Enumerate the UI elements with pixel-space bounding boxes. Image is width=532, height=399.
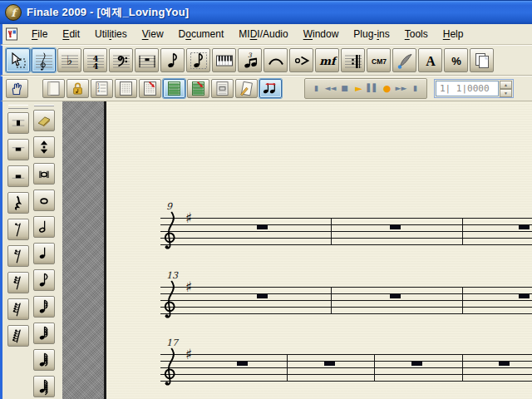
svg-text:♭: ♭ — [66, 53, 72, 68]
menu-utilities[interactable]: Utilities — [87, 26, 135, 42]
hyperscribe-tool-button[interactable] — [212, 48, 236, 72]
playback-counter[interactable]: 1| 1|0000 — [436, 81, 499, 96]
staff-line — [160, 374, 532, 375]
barline — [331, 287, 332, 314]
clef-tool-button[interactable] — [109, 48, 133, 72]
staff-line — [160, 293, 532, 294]
menu-help[interactable]: Help — [436, 26, 471, 42]
staff-tool-button[interactable] — [32, 48, 56, 72]
studio-view-rows-next-button[interactable] — [187, 79, 209, 98]
note-32nd-button[interactable] — [33, 323, 55, 344]
staff-line — [160, 307, 532, 308]
barline — [374, 354, 375, 382]
page-layout-tool-button[interactable] — [470, 48, 494, 72]
note-whole-button[interactable] — [33, 190, 55, 211]
resize-tool-button[interactable]: % — [444, 48, 468, 72]
rest-128th-button[interactable] — [7, 325, 29, 347]
expression-tool-button[interactable]: mf — [315, 48, 339, 72]
articulation-tool-button[interactable] — [289, 48, 313, 72]
rest-16th-button[interactable] — [7, 245, 29, 267]
speedy-entry-tool-button[interactable] — [186, 48, 210, 72]
measure-tool-button[interactable] — [135, 48, 159, 72]
palette-grip[interactable] — [34, 105, 54, 106]
note-quarter-button[interactable] — [33, 243, 55, 264]
menu-plug-ins[interactable]: Plug-ins — [346, 26, 397, 42]
rest-32nd-button[interactable] — [7, 272, 29, 293]
measure-number: 13 — [166, 270, 178, 281]
selection-tool-button[interactable] — [6, 48, 30, 72]
nudge-up-down-button[interactable] — [33, 136, 55, 158]
rest-eighth-button[interactable] — [7, 219, 29, 240]
whole-rest — [519, 294, 530, 298]
titlebar[interactable]: f Finale 2009 - [예제_LovingYou] — [0, 0, 532, 24]
play-button[interactable]: ► — [352, 81, 366, 96]
scroll-view-grid-next-button[interactable] — [139, 79, 161, 98]
finale-window: f Finale 2009 - [예제_LovingYou] FileEditU… — [0, 0, 532, 399]
scroll-view-grid-button[interactable] — [115, 79, 137, 98]
note-16th-button[interactable] — [33, 296, 55, 318]
skip-to-start-button[interactable]: ▮ — [309, 81, 323, 96]
whole-rest — [519, 225, 530, 229]
chord-tool-button[interactable]: CM7 — [367, 48, 391, 72]
barline — [287, 354, 288, 382]
menu-document[interactable]: Document — [171, 26, 232, 42]
skip-to-end-button[interactable]: ▮ — [408, 81, 422, 96]
spinner-up[interactable]: ▲ — [500, 81, 512, 89]
barline — [462, 354, 463, 382]
rest-half-button[interactable] — [7, 165, 29, 187]
rest-whole-button[interactable] — [7, 139, 29, 160]
menu-midi-audio[interactable]: MIDI/Audio — [231, 26, 295, 42]
document-icon[interactable] — [5, 27, 19, 41]
palette-grip[interactable] — [8, 105, 28, 109]
note-half-button[interactable] — [33, 216, 55, 238]
staff-line — [160, 361, 532, 362]
counter-spinner: ▲▼ — [500, 81, 512, 96]
staff-line — [160, 381, 532, 382]
menu-tools[interactable]: Tools — [397, 26, 436, 42]
lyrics-tool-button[interactable] — [392, 48, 416, 72]
note-spacing-button[interactable] — [259, 79, 282, 98]
simple-entry-tool-button[interactable] — [160, 48, 185, 72]
key-signature-tool-button[interactable]: ♭ — [57, 48, 81, 72]
eraser-button[interactable] — [33, 110, 55, 131]
view-toolbar: 123 ▮◄◄■►▌▌●►►▮ 1| 1|0000 ▲▼ — [0, 76, 532, 101]
note-lock-button[interactable] — [66, 79, 89, 98]
finale-app-icon: f — [5, 4, 22, 21]
menu-file[interactable]: File — [24, 26, 55, 42]
document-view-button[interactable] — [211, 79, 234, 98]
rest-quarter-button[interactable] — [7, 192, 29, 214]
time-signature-tool-button[interactable]: 44 — [83, 48, 107, 72]
pause-button[interactable]: ▌▌ — [366, 81, 380, 96]
measure-numbers-view-button[interactable]: 123 — [91, 79, 113, 98]
menu-view[interactable]: View — [135, 26, 171, 42]
svg-text:CM7: CM7 — [372, 57, 387, 65]
rest-double-whole-button[interactable] — [7, 112, 29, 134]
text-tool-button[interactable]: A — [418, 48, 442, 72]
studio-view-rows-button[interactable] — [163, 79, 185, 98]
note-128th-button[interactable] — [33, 376, 55, 397]
page-view-button[interactable] — [42, 79, 65, 98]
spinner-down[interactable]: ▼ — [500, 89, 512, 97]
rests-palette — [5, 103, 31, 399]
edit-notepad-button[interactable] — [235, 79, 258, 98]
score-page[interactable]: ♯9 ♯13 ♯17 ♯23 ♯29 — [106, 101, 532, 399]
svg-text:A: A — [426, 54, 436, 68]
menu-edit[interactable]: Edit — [55, 26, 87, 42]
rewind-button[interactable]: ◄◄ — [323, 81, 337, 96]
playback-counter-group: 1| 1|0000 ▲▼ — [434, 79, 514, 98]
hand-grabber-button[interactable] — [6, 79, 28, 98]
fast-forward-button[interactable]: ►► — [394, 81, 408, 96]
note-eighth-button[interactable] — [33, 269, 55, 291]
smart-shape-tool-button[interactable] — [264, 48, 288, 72]
stop-button[interactable]: ■ — [337, 81, 352, 96]
record-button[interactable]: ● — [380, 81, 394, 96]
tuplet-tool-button[interactable]: 3 — [238, 48, 262, 72]
note-64th-button[interactable] — [33, 349, 55, 371]
repeat-tool-button[interactable] — [341, 48, 365, 72]
staff-line — [160, 313, 532, 314]
rest-64th-button[interactable] — [7, 298, 29, 320]
key-signature-sharp: ♯ — [185, 209, 192, 226]
menu-window[interactable]: Window — [296, 26, 347, 42]
measure-number: 17 — [166, 337, 178, 348]
note-double-whole-button[interactable] — [33, 163, 55, 185]
